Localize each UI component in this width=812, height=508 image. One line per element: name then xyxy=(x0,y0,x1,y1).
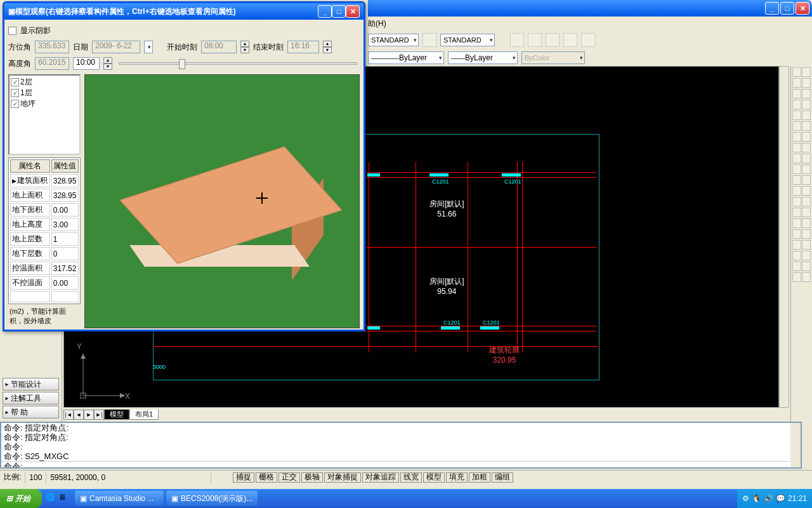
rtool-9[interactable] xyxy=(792,110,801,120)
main-close-button[interactable]: ✕ xyxy=(796,2,809,15)
rtool-37[interactable] xyxy=(792,262,801,271)
layer-check-2f[interactable]: ✓ xyxy=(11,78,19,86)
toggle-fill[interactable]: 填充 xyxy=(446,472,468,483)
main-minimize-button[interactable]: _ xyxy=(765,2,779,15)
rtool-12[interactable] xyxy=(802,121,811,131)
toggle-grid[interactable]: 栅格 xyxy=(256,472,277,483)
layer-item-1f[interactable]: ✓1层 xyxy=(11,88,78,98)
sidebar-btn-energy[interactable]: 节能设计 xyxy=(3,378,59,391)
sidebar-btn-help[interactable]: 帮 助 xyxy=(3,406,59,418)
time-slider-thumb[interactable] xyxy=(179,59,185,69)
tab-model[interactable]: 模型 xyxy=(104,410,129,420)
tab-first[interactable]: |◄ xyxy=(63,410,74,420)
prop-row[interactable]: 地上层数1 xyxy=(10,232,79,246)
color-dropdown[interactable]: ByColor xyxy=(521,51,585,64)
rtool-34[interactable] xyxy=(802,240,811,250)
azimuth-input[interactable]: 335.633 xyxy=(35,41,69,53)
dialog-maximize-button[interactable]: □ xyxy=(332,5,346,18)
prop-row[interactable]: 控温面积317.52 xyxy=(10,262,79,275)
cmd-prompt[interactable]: 命令: xyxy=(1,461,801,469)
tray-icon-3[interactable]: 🔊 xyxy=(764,494,773,503)
menu-help[interactable]: 助(H) xyxy=(368,18,386,29)
rtool-36[interactable] xyxy=(802,251,811,260)
rtool-7[interactable] xyxy=(792,100,801,109)
start-time-spinner[interactable]: ▲▼ xyxy=(240,41,249,53)
prop-row[interactable]: 建筑面积328.95 xyxy=(10,174,79,187)
tab-prev[interactable]: ◄ xyxy=(74,410,84,420)
start-time-input[interactable]: 08:00 xyxy=(201,41,237,53)
canvas-scrollbar-v[interactable] xyxy=(779,66,789,408)
date-input[interactable]: 2009- 6-22 xyxy=(92,41,140,53)
date-picker-button[interactable] xyxy=(144,41,153,53)
rtool-33[interactable] xyxy=(792,240,801,250)
tray-icon-1[interactable]: ⚙ xyxy=(742,494,749,503)
toggle-otrack[interactable]: 对象追踪 xyxy=(362,472,399,483)
dialog-close-button[interactable]: ✕ xyxy=(346,5,360,18)
rtool-20[interactable] xyxy=(802,164,811,174)
rtool-1[interactable] xyxy=(792,67,801,77)
rtool-27[interactable] xyxy=(792,208,801,217)
rtool-15[interactable] xyxy=(792,143,801,152)
tool-icon-4[interactable] xyxy=(563,33,577,47)
elevation-input[interactable]: 60.2015 xyxy=(35,57,69,70)
tool-icon-2[interactable] xyxy=(528,33,542,47)
rtool-8[interactable] xyxy=(802,100,811,109)
end-time-input[interactable]: 16:16 xyxy=(287,41,319,53)
tray-icon-4[interactable]: 💬 xyxy=(776,494,785,503)
prop-row-empty[interactable] xyxy=(10,291,79,302)
rtool-28[interactable] xyxy=(802,208,811,217)
prop-row[interactable]: 不控温面0.00 xyxy=(10,276,79,290)
toggle-polar[interactable]: 极轴 xyxy=(301,472,323,483)
prop-row[interactable]: 地下面积0.00 xyxy=(10,203,79,217)
ql-ie-icon[interactable]: 🌐 xyxy=(46,493,57,504)
textstyle-dropdown-1[interactable]: STANDARD xyxy=(368,34,419,46)
rtool-30[interactable] xyxy=(802,218,811,228)
rtool-40[interactable] xyxy=(802,272,811,282)
rtool-16[interactable] xyxy=(802,143,811,152)
layer-item-ground[interactable]: ✓地坪 xyxy=(11,98,78,109)
rtool-24[interactable] xyxy=(802,186,811,196)
time-spinner[interactable]: ▲▼ xyxy=(103,57,112,70)
rtool-26[interactable] xyxy=(802,197,811,206)
tab-last[interactable]: ►| xyxy=(94,410,104,420)
cmd-scrollbar[interactable] xyxy=(790,423,801,467)
rtool-2[interactable] xyxy=(802,67,811,77)
taskbar-becs[interactable]: ▣ BECS2008(演示版)... xyxy=(166,491,258,506)
toggle-ortho[interactable]: 正交 xyxy=(278,472,300,483)
rtool-18[interactable] xyxy=(802,154,811,163)
rtool-31[interactable] xyxy=(792,229,801,239)
layer-check-1f[interactable]: ✓ xyxy=(11,89,19,97)
rtool-35[interactable] xyxy=(792,251,801,260)
prop-row[interactable]: 地上面积328.95 xyxy=(10,189,79,202)
tab-layout1[interactable]: 布局1 xyxy=(129,410,159,420)
tool-icon-3[interactable] xyxy=(546,33,560,47)
rtool-3[interactable] xyxy=(792,78,801,88)
linetype-dropdown[interactable]: ———— ByLayer xyxy=(368,51,444,64)
rtool-17[interactable] xyxy=(792,154,801,163)
show-shadow-checkbox[interactable] xyxy=(8,27,16,35)
command-area[interactable]: 命令: 指定对角点: 命令: 指定对角点: 命令: 命令: S25_MXGC 命… xyxy=(0,422,802,469)
prop-row[interactable]: 地上高度3.00 xyxy=(10,218,79,231)
start-button[interactable]: ⊞ 开始 xyxy=(0,489,42,508)
textstyle-dropdown-2[interactable]: STANDARD xyxy=(440,34,495,46)
layer-list[interactable]: ✓2层 ✓1层 ✓地坪 xyxy=(8,74,81,155)
toggle-group[interactable]: 编组 xyxy=(492,472,513,483)
rtool-19[interactable] xyxy=(792,164,801,174)
rtool-6[interactable] xyxy=(802,89,811,98)
rtool-25[interactable] xyxy=(792,197,801,206)
layer-check-ground[interactable]: ✓ xyxy=(11,100,19,108)
rtool-5[interactable] xyxy=(792,89,801,98)
rtool-23[interactable] xyxy=(792,186,801,196)
ql-desktop-icon[interactable]: 🖥 xyxy=(58,493,70,504)
model-viewer-dialog[interactable]: ▣ 模型观察(右键选择察看构件属性，Ctrl+右键选地板查看房间属性) _ □ … xyxy=(3,1,365,331)
rtool-32[interactable] xyxy=(802,229,811,239)
time-slider[interactable] xyxy=(119,62,357,65)
dialog-minimize-button[interactable]: _ xyxy=(318,5,332,18)
system-tray[interactable]: ⚙ 🐧 🔊 💬 21:21 xyxy=(737,489,812,508)
toggle-bold[interactable]: 加粗 xyxy=(469,472,490,483)
rtool-13[interactable] xyxy=(792,132,801,142)
toggle-model[interactable]: 模型 xyxy=(423,472,445,483)
rtool-39[interactable] xyxy=(792,272,801,282)
rtool-38[interactable] xyxy=(802,262,811,271)
rtool-21[interactable] xyxy=(792,175,801,185)
